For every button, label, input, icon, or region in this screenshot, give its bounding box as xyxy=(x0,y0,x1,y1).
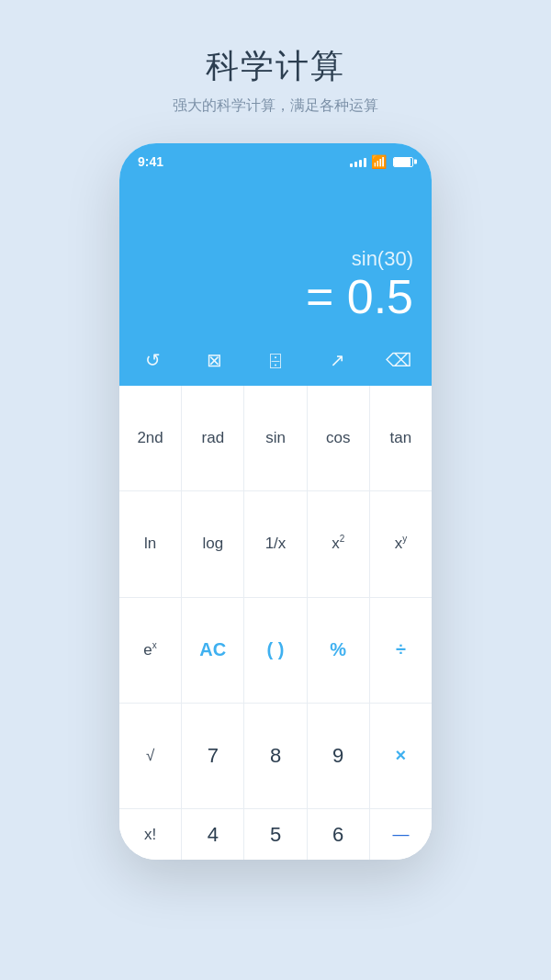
key-row-2: ln log 1/x x2 xy xyxy=(119,491,432,597)
key-factorial[interactable]: x! xyxy=(119,809,182,860)
key-percent[interactable]: % xyxy=(308,598,370,703)
chart-button[interactable]: ↗ xyxy=(320,344,354,377)
calc-expression: sin(30) xyxy=(352,247,413,271)
key-parens[interactable]: ( ) xyxy=(244,598,307,703)
battery-icon xyxy=(393,157,413,167)
key-power[interactable]: xy xyxy=(370,491,432,596)
key-sin[interactable]: sin xyxy=(244,386,307,490)
status-time: 9:41 xyxy=(138,154,163,169)
key-6[interactable]: 6 xyxy=(308,809,370,860)
delete-icon: ⌫ xyxy=(386,349,411,371)
keyboard-icon: ⌹ xyxy=(270,350,281,371)
phone-frame: 9:41 📶 sin(30) = 0.5 ↺ xyxy=(119,143,432,860)
key-row-4: √ 7 8 9 × xyxy=(119,704,432,809)
key-ac[interactable]: AC xyxy=(182,598,244,703)
keyboard-button[interactable]: ⌹ xyxy=(259,344,292,377)
calc-result-area: sin(30) = 0.5 xyxy=(119,173,432,338)
status-bar: 9:41 📶 xyxy=(119,143,432,173)
key-rad[interactable]: rad xyxy=(182,386,244,490)
history-icon: ↺ xyxy=(145,349,161,371)
page-subtitle: 强大的科学计算，满足各种运算 xyxy=(173,96,378,116)
key-squared[interactable]: x2 xyxy=(308,491,370,596)
key-row-1: 2nd rad sin cos tan xyxy=(119,386,432,491)
key-log[interactable]: log xyxy=(182,491,244,596)
key-exp[interactable]: ex xyxy=(119,598,182,703)
key-minus[interactable]: — xyxy=(370,809,432,860)
key-8[interactable]: 8 xyxy=(244,704,307,808)
keyboard-area: 2nd rad sin cos tan ln log 1/x x2 xy ex … xyxy=(119,386,432,860)
key-multiply[interactable]: × xyxy=(370,704,432,808)
key-divide[interactable]: ÷ xyxy=(370,598,432,703)
key-row-5: x! 4 5 6 — xyxy=(119,809,432,860)
toolbar: ↺ ⊠ ⌹ ↗ ⌫ xyxy=(119,338,432,386)
page-title: 科学计算 xyxy=(173,44,378,89)
key-2nd[interactable]: 2nd xyxy=(119,386,182,490)
history-button[interactable]: ↺ xyxy=(136,344,169,377)
key-5[interactable]: 5 xyxy=(244,809,307,860)
key-7[interactable]: 7 xyxy=(182,704,244,808)
key-reciprocal[interactable]: 1/x xyxy=(244,491,307,596)
key-tan[interactable]: tan xyxy=(370,386,432,490)
status-icons: 📶 xyxy=(350,154,413,169)
display-area: 9:41 📶 sin(30) = 0.5 ↺ xyxy=(119,143,432,386)
calculator-icon: ⊠ xyxy=(207,349,222,371)
delete-button[interactable]: ⌫ xyxy=(382,344,415,377)
key-ln[interactable]: ln xyxy=(119,491,182,596)
calculator-button[interactable]: ⊠ xyxy=(197,344,231,377)
calc-result: = 0.5 xyxy=(306,271,413,323)
chart-icon: ↗ xyxy=(330,349,345,371)
key-cos[interactable]: cos xyxy=(308,386,370,490)
key-row-3: ex AC ( ) % ÷ xyxy=(119,598,432,704)
wifi-icon: 📶 xyxy=(371,154,387,169)
key-4[interactable]: 4 xyxy=(182,809,244,860)
key-9[interactable]: 9 xyxy=(308,704,370,808)
signal-icon xyxy=(350,156,366,167)
page-header: 科学计算 强大的科学计算，满足各种运算 xyxy=(173,44,378,116)
key-sqrt[interactable]: √ xyxy=(119,704,182,808)
